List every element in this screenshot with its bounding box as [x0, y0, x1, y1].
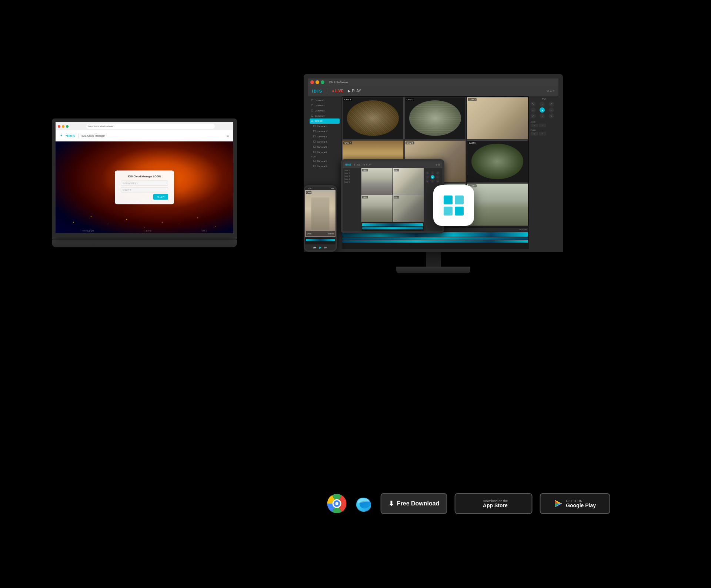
tablet-cam-3[interactable]: CAM3	[361, 195, 393, 222]
focus-near[interactable]: N	[531, 132, 538, 136]
camera-view-2[interactable]: CAM 2	[404, 97, 466, 140]
tablet-cam-item-2[interactable]: CAM 2	[344, 172, 360, 175]
sidebar-item-s25-cam1[interactable]: Camera 1	[310, 158, 340, 164]
tablet-camera-grid: CAM1 CAM2 CAM3 CAM4	[361, 168, 424, 222]
camera-view-1[interactable]: CAM 1	[342, 97, 404, 140]
phone-frame: 9:41 ●●● CAM ● REC 00:12:34	[304, 185, 337, 252]
camera-view-6[interactable]: CAM 6	[467, 140, 528, 183]
sidebar-item-sub-cam6[interactable]: Camera 6	[310, 150, 340, 155]
tablet-cam-2[interactable]: CAM2	[393, 168, 424, 195]
cam-label-5: CAM 5	[405, 141, 414, 144]
tablet-timeline-bar[interactable]	[362, 223, 423, 226]
live-button[interactable]: ● LIVE	[332, 89, 343, 93]
tablet-ptz-c[interactable]: ●	[431, 175, 434, 179]
app-icon[interactable]	[433, 185, 474, 226]
cam-label-4: CAM 4	[343, 141, 352, 144]
app-store-button[interactable]: Download on the App Store	[455, 493, 533, 514]
dvr-title: CMS Software	[329, 81, 348, 84]
app-icon-svg	[441, 193, 467, 218]
play-button[interactable]: ▶ PLAY	[348, 89, 361, 93]
ptz-center[interactable]: ●	[540, 107, 545, 113]
svg-rect-0	[444, 196, 453, 204]
tablet-nav-play[interactable]: ▶ PLAY	[364, 163, 372, 166]
ptz-left[interactable]: ←	[531, 107, 536, 113]
ptz-up[interactable]: ↑	[540, 101, 545, 107]
google-play-line2: Google Play	[566, 503, 596, 508]
tablet-ptz-dl[interactable]: ↙	[425, 179, 429, 183]
sidebar-item-idis-s8[interactable]: IDIS S8	[310, 118, 340, 124]
google-play-button[interactable]: GET IT ON Google Play	[540, 493, 610, 514]
tablet-ptz-ul[interactable]: ↖	[425, 171, 429, 175]
tablet-cam-item-5[interactable]: CAM 5	[344, 181, 360, 184]
phone-next-btn[interactable]: ⏭	[324, 246, 327, 249]
tablet-toolbar: IDIS ● LIVE ▶ PLAY ⚙ ☰	[343, 161, 442, 168]
tablet-screen: IDIS ● LIVE ▶ PLAY ⚙ ☰ CAM 1 CAM 2 CAM 3…	[343, 161, 442, 231]
tablet-cam-item-3[interactable]: CAM 3	[344, 175, 360, 178]
tablet-ptz-l[interactable]: ←	[425, 175, 429, 179]
zoom-in[interactable]: +	[531, 124, 538, 127]
main-scene: CMS Software IDIS ● LIVE ▶ PLAY ⚙ ☰ ✕ Ca…	[0, 0, 711, 588]
laptop-base	[52, 240, 237, 247]
ptz-btn-ur[interactable]: ↗	[549, 101, 554, 107]
tablet-ptz-ur[interactable]: ↗	[436, 171, 440, 175]
sidebar-item-sub-cam5[interactable]: Camera 5	[310, 144, 340, 150]
svg-rect-1	[455, 196, 464, 204]
ptz-btn-dr[interactable]: ↘	[549, 113, 554, 118]
header-icons: ☰	[227, 134, 229, 137]
tablet-cam-4[interactable]: CAM4	[393, 195, 424, 222]
browser-minimize[interactable]	[62, 125, 64, 128]
tablet-ptz-d[interactable]: ↓	[431, 179, 434, 183]
focus-far[interactable]: F	[539, 132, 546, 136]
free-download-button[interactable]: ⬇ Free Download	[381, 493, 447, 514]
close-button[interactable]	[310, 80, 314, 84]
ptz-down[interactable]: ↓	[540, 113, 545, 118]
timeline-bar-2[interactable]	[342, 237, 528, 240]
ptz-right[interactable]: →	[549, 107, 554, 113]
tablet-ptz-u[interactable]: ↑	[431, 171, 434, 175]
phone-timeline-bar[interactable]	[306, 239, 335, 241]
tablet-timeline-bar-2[interactable]	[362, 227, 423, 229]
ptz-btn[interactable]: ↖	[531, 101, 536, 107]
sidebar-item-sub-cam1[interactable]: Camera 1	[310, 124, 340, 129]
tablet-ptz-dr[interactable]: ↘	[436, 179, 440, 183]
svg-rect-3	[455, 207, 464, 216]
phone-timeline	[305, 237, 336, 244]
browser-url-bar[interactable]: https://cms.idiscloud.com	[86, 124, 215, 129]
app-store-line2: App Store	[483, 503, 508, 508]
phone-prev-btn[interactable]: ⏮	[313, 246, 316, 249]
tablet-ptz-r[interactable]: →	[436, 175, 440, 179]
status-bar: 서버 연결 상태 ● 온라인 v2.5.1	[56, 228, 233, 233]
sidebar-item-sub-cam4[interactable]: Camera 4	[310, 139, 340, 144]
sidebar-item-sub-cam3[interactable]: Camera 3	[310, 134, 340, 139]
sidebar-item-cam1[interactable]: Camera 1	[310, 98, 340, 103]
browser-close[interactable]	[58, 125, 60, 128]
login-panel: IDIS Cloud Manager LOGIN 아이디(이메일) 비밀번호 로…	[115, 171, 174, 204]
sidebar-item-cam3[interactable]: Camera 3	[310, 108, 340, 113]
sidebar-item-cam4[interactable]: Camera 4	[310, 113, 340, 118]
sidebar-item-s25-cam2[interactable]: Camera 2	[310, 164, 340, 169]
minimize-button[interactable]	[316, 80, 319, 84]
download-icon: ⬇	[388, 500, 394, 508]
phone-camera-view: CAM ● REC 00:12:34	[305, 190, 336, 237]
ptz-btn-dl[interactable]: ↙	[531, 113, 536, 118]
timeline-bar-3[interactable]	[342, 240, 528, 243]
browser-maximize[interactable]	[66, 125, 69, 128]
login-pw-placeholder: 비밀번호	[123, 188, 131, 191]
login-button[interactable]: 로그인	[153, 194, 168, 200]
login-id-field[interactable]: 아이디(이메일)	[121, 181, 168, 186]
tablet-cam-1[interactable]: CAM1	[361, 168, 393, 195]
sidebar-item-cam2[interactable]: Camera 2	[310, 103, 340, 108]
dvr-titlebar: CMS Software	[308, 78, 558, 86]
login-pw-field[interactable]: 비밀번호	[121, 187, 168, 193]
zoom-out[interactable]: -	[539, 124, 546, 127]
camera-view-9[interactable]: CAM 9	[467, 183, 528, 226]
tablet-nav-live[interactable]: ● LIVE	[354, 164, 361, 166]
maximize-button[interactable]	[321, 80, 324, 84]
phone-play-btn[interactable]: ▶	[319, 246, 321, 249]
phone-signal: ●●●	[331, 187, 334, 190]
edge-icon	[354, 494, 373, 513]
tablet-cam-item-1[interactable]: CAM 1	[344, 169, 360, 172]
camera-view-3[interactable]: CAM 3	[467, 97, 528, 140]
sidebar-item-sub-cam2[interactable]: Camera 2	[310, 129, 340, 134]
tablet-cam-item-4[interactable]: CAM 4	[344, 178, 360, 181]
